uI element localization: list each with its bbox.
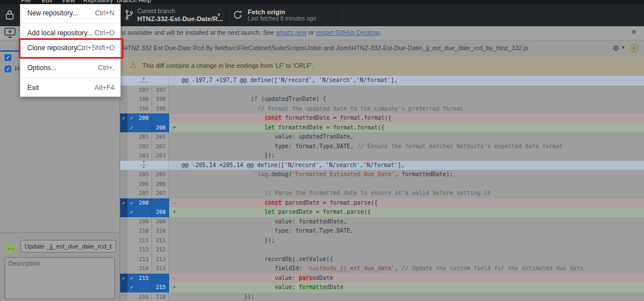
line-select-strip[interactable] [120,104,128,114]
line-number-new[interactable]: 211 [152,236,169,246]
line-number-old[interactable]: 206 [136,180,152,189]
line-select-strip[interactable]: ✓ [120,274,128,283]
line-select-strip[interactable] [120,292,128,301]
line-number-old[interactable] [136,208,152,217]
chevron-down-icon[interactable]: ▾ [622,44,625,50]
line-select-strip[interactable] [120,86,128,95]
line-select-strip[interactable] [120,142,128,152]
line-number-old[interactable]: 209 [136,217,152,227]
line-number-old[interactable]: 214 [136,264,152,274]
line-number-new[interactable]: 213 [152,255,169,265]
line-number-new[interactable]: 206 [152,180,169,189]
line-include-check[interactable] [128,151,136,161]
line-select-strip[interactable] [120,283,128,292]
line-number-old[interactable]: 210 [136,226,152,236]
menu-help[interactable]: Help [138,0,151,3]
line-select-strip[interactable] [120,189,128,198]
line-number-new[interactable]: 210 [152,226,169,236]
line-number-new[interactable]: 203 [152,151,169,161]
line-include-check[interactable]: ✓ [128,274,136,283]
commit-summary-input[interactable] [20,240,116,253]
close-icon[interactable]: ✕ [629,28,638,37]
line-include-check[interactable] [128,132,136,142]
menu-file[interactable]: File [21,0,31,3]
line-number-old[interactable]: 216 [136,292,152,301]
line-number-old[interactable] [136,283,152,292]
line-select-strip[interactable] [120,255,128,265]
line-number-old[interactable]: 200 [136,113,152,123]
menu-item-add-local-repository[interactable]: Add local repository...Ctrl+O [20,26,120,40]
menu-item-new-repository[interactable]: New repository...Ctrl+N [20,6,120,21]
line-include-check[interactable] [128,170,136,180]
line-include-check[interactable]: ✓ [128,208,136,217]
line-include-check[interactable]: ✓ [128,123,136,133]
line-number-new[interactable] [152,274,169,283]
line-number-old[interactable]: 208 [136,198,152,208]
line-number-old[interactable]: 203 [136,151,152,161]
line-select-strip[interactable] [120,226,128,236]
line-select-strip[interactable] [120,236,128,246]
expand-up-icon[interactable]: ↑ [120,76,169,86]
menu-view[interactable]: View [61,0,75,3]
line-number-old[interactable]: 201 [136,132,152,142]
menu-item-clone-repository[interactable]: Clone repository...Ctrl+Shift+O [20,40,120,55]
line-include-check[interactable]: ✓ [128,198,136,208]
line-include-check[interactable]: ✓ [128,113,136,123]
line-select-strip[interactable]: ✓ [120,113,128,123]
line-include-check[interactable] [128,264,136,274]
line-number-old[interactable]: 207 [136,189,152,198]
line-include-check[interactable] [128,292,136,301]
line-number-new[interactable]: 202 [152,142,169,152]
restart-link[interactable]: restart GitHub Desktop [316,29,380,36]
line-number-new[interactable]: 198 [152,95,169,104]
line-number-new[interactable]: 212 [152,245,169,255]
line-number-old[interactable] [136,123,152,133]
line-number-old[interactable]: 202 [136,142,152,152]
whats-new-link[interactable]: what's new [276,29,307,36]
line-number-old[interactable]: 199 [136,104,152,114]
line-include-check[interactable] [128,104,136,114]
line-include-check[interactable] [128,180,136,189]
menu-repository[interactable]: Repository [83,0,113,3]
menu-item-exit[interactable]: ExitAlt+F4 [20,80,120,95]
line-include-check[interactable]: ✓ [128,283,136,292]
menu-item-options[interactable]: Options...Ctrl+, [20,60,120,75]
line-select-strip[interactable] [120,217,128,227]
line-number-new[interactable]: 205 [152,170,169,180]
line-include-check[interactable] [128,236,136,246]
file-checkbox[interactable]: ✓ [5,54,11,61]
line-include-check[interactable] [128,189,136,198]
line-number-new[interactable]: 216 [152,292,169,301]
line-select-strip[interactable] [120,132,128,142]
current-branch-button[interactable]: Current branch HTNZ-332-Est-Due-Date/R..… [120,4,226,26]
line-select-strip[interactable] [120,245,128,255]
line-number-new[interactable]: 201 [152,132,169,142]
fetch-origin-button[interactable]: Fetch origin Last fetched 8 minutes ago [226,4,338,26]
line-select-strip[interactable] [120,123,128,133]
line-select-strip[interactable] [120,208,128,217]
line-number-new[interactable]: 214 [152,264,169,274]
line-number-new[interactable]: 199 [152,104,169,114]
line-select-strip[interactable]: ✓ [120,198,128,208]
line-include-check[interactable] [128,142,136,152]
line-number-new[interactable]: 209 [152,217,169,227]
line-number-old[interactable]: 215 [136,274,152,283]
menu-edit[interactable]: Edit [42,0,52,3]
line-number-new[interactable]: 215 [152,283,169,292]
line-number-new[interactable]: 207 [152,189,169,198]
line-include-check[interactable] [128,255,136,265]
line-number-old[interactable]: 212 [136,245,152,255]
commit-description-input[interactable] [5,257,115,299]
line-include-check[interactable] [128,217,136,227]
line-number-new[interactable]: 208 [152,208,169,217]
expand-both-icon[interactable]: ↑↓ [120,161,169,170]
menu-branch[interactable]: Branch [117,0,137,3]
line-number-old[interactable]: 205 [136,170,152,180]
line-number-old[interactable]: 213 [136,255,152,265]
line-number-new[interactable]: 200 [152,123,169,133]
line-number-old[interactable]: 197 [136,86,152,95]
line-number-new[interactable]: 197 [152,86,169,95]
line-include-check[interactable] [128,86,136,95]
line-include-check[interactable] [128,245,136,255]
gear-icon[interactable]: ⚙ [613,44,620,52]
